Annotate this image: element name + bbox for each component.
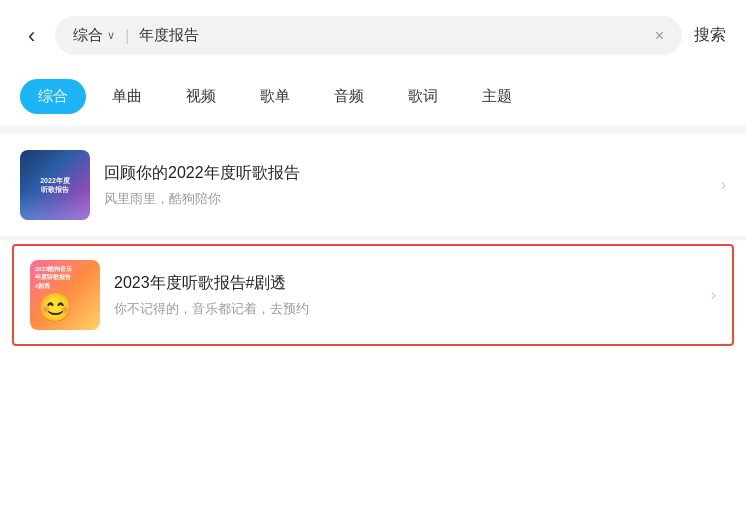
result-item-2023[interactable]: 2023酷狗音乐年度听歌报告#剧透 😊 2023年度听歌报告#剧透 你不记得的，…: [12, 244, 734, 346]
back-button[interactable]: ‹: [20, 19, 43, 53]
item-gap: [0, 236, 746, 240]
tab-歌词[interactable]: 歌词: [390, 79, 456, 114]
section-divider: [0, 126, 746, 134]
search-category-label: 综合: [73, 26, 103, 45]
tab-综合[interactable]: 综合: [20, 79, 86, 114]
result-info-2023: 2023年度听歌报告#剧透 你不记得的，音乐都记着，去预约: [114, 272, 697, 318]
tab-音频[interactable]: 音频: [316, 79, 382, 114]
search-clear-button[interactable]: ×: [655, 27, 664, 45]
result-title-2022: 回顾你的2022年度听歌报告: [104, 162, 707, 184]
chevron-right-icon: ›: [721, 176, 726, 194]
tab-歌单[interactable]: 歌单: [242, 79, 308, 114]
chevron-right-icon-2: ›: [711, 286, 716, 304]
filter-tabs: 综合 单曲 视频 歌单 音频 歌词 主题: [0, 71, 746, 126]
chevron-down-icon: ∨: [107, 29, 115, 42]
search-divider: |: [125, 27, 129, 45]
tab-视频[interactable]: 视频: [168, 79, 234, 114]
search-query-text: 年度报告: [139, 26, 646, 45]
search-submit-button[interactable]: 搜索: [694, 25, 726, 46]
search-category-selector[interactable]: 综合 ∨: [73, 26, 115, 45]
result-subtitle-2023: 你不记得的，音乐都记着，去预约: [114, 300, 697, 318]
result-thumbnail-2023: 2023酷狗音乐年度听歌报告#剧透 😊: [30, 260, 100, 330]
search-bar: 综合 ∨ | 年度报告 ×: [55, 16, 682, 55]
thumbnail-label-2023: 2023酷狗音乐年度听歌报告#剧透: [35, 265, 72, 290]
result-item-2022[interactable]: 2022年度听歌报告 回顾你的2022年度听歌报告 风里雨里，酷狗陪你 ›: [0, 134, 746, 236]
tab-单曲[interactable]: 单曲: [94, 79, 160, 114]
result-subtitle-2022: 风里雨里，酷狗陪你: [104, 190, 707, 208]
thumbnail-wave-decoration: [20, 192, 90, 220]
result-title-2023: 2023年度听歌报告#剧透: [114, 272, 697, 294]
header: ‹ 综合 ∨ | 年度报告 × 搜索: [0, 0, 746, 71]
result-info-2022: 回顾你的2022年度听歌报告 风里雨里，酷狗陪你: [104, 162, 707, 208]
thumbnail-emoji-decoration: 😊: [38, 291, 73, 324]
result-thumbnail-2022: 2022年度听歌报告: [20, 150, 90, 220]
tab-主题[interactable]: 主题: [464, 79, 530, 114]
